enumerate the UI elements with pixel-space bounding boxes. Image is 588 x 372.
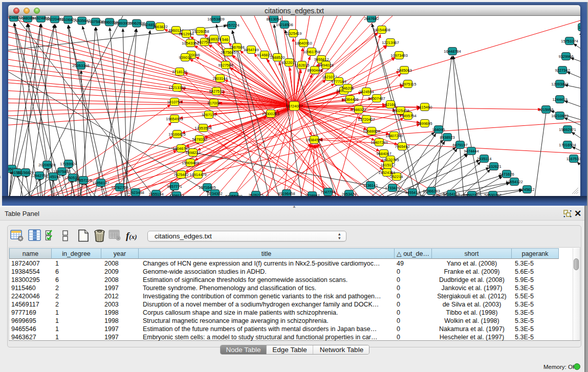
svg-text:16154808: 16154808 bbox=[373, 28, 390, 32]
svg-text:20206528: 20206528 bbox=[38, 163, 55, 167]
svg-text:252214: 252214 bbox=[390, 174, 403, 179]
svg-text:939014: 939014 bbox=[179, 55, 191, 60]
svg-text:9777169: 9777169 bbox=[331, 79, 346, 84]
svg-text:3234302: 3234302 bbox=[207, 191, 222, 196]
svg-text:62160: 62160 bbox=[385, 102, 396, 107]
svg-text:88592782: 88592782 bbox=[463, 193, 480, 196]
svg-text:9327508: 9327508 bbox=[218, 63, 233, 68]
svg-text:15716485: 15716485 bbox=[199, 185, 215, 190]
svg-text:4455413: 4455413 bbox=[405, 190, 420, 195]
svg-text:12213333: 12213333 bbox=[168, 85, 185, 90]
svg-text:7655194: 7655194 bbox=[148, 192, 163, 196]
svg-text:2935114: 2935114 bbox=[477, 157, 492, 161]
svg-text:10507487: 10507487 bbox=[368, 96, 385, 101]
svg-text:9474444: 9474444 bbox=[464, 149, 478, 154]
svg-text:8454749: 8454749 bbox=[244, 48, 258, 52]
svg-text:5878332: 5878332 bbox=[192, 137, 207, 142]
svg-text:8186328: 8186328 bbox=[206, 37, 221, 41]
svg-text:9245612: 9245612 bbox=[519, 187, 534, 192]
svg-text:8938923: 8938923 bbox=[440, 135, 454, 140]
svg-text:6494028: 6494028 bbox=[318, 63, 333, 68]
svg-text:10973493: 10973493 bbox=[390, 53, 407, 58]
svg-text:12213967: 12213967 bbox=[382, 40, 399, 45]
svg-text:6879197: 6879197 bbox=[452, 143, 467, 147]
svg-text:2687682: 2687682 bbox=[364, 16, 379, 21]
svg-text:11325419: 11325419 bbox=[285, 31, 302, 36]
svg-text:15751074: 15751074 bbox=[561, 39, 578, 43]
svg-text:1733426: 1733426 bbox=[385, 186, 400, 190]
svg-text:15720407: 15720407 bbox=[358, 117, 375, 122]
svg-text:18640910: 18640910 bbox=[295, 41, 312, 46]
svg-text:1162615: 1162615 bbox=[295, 63, 310, 68]
svg-text:10961758: 10961758 bbox=[303, 50, 320, 54]
svg-text:1136141: 1136141 bbox=[363, 183, 378, 188]
svg-text:21364436: 21364436 bbox=[341, 97, 358, 102]
svg-text:2718126: 2718126 bbox=[172, 70, 187, 74]
svg-text:1167533: 1167533 bbox=[567, 157, 580, 161]
svg-text:19384554: 19384554 bbox=[306, 138, 322, 142]
svg-text:1010753: 1010753 bbox=[167, 100, 182, 104]
svg-text:7663822: 7663822 bbox=[153, 25, 167, 29]
svg-text:746206: 746206 bbox=[341, 86, 354, 91]
svg-text:7247794: 7247794 bbox=[320, 190, 335, 194]
svg-text:10688609: 10688609 bbox=[363, 129, 380, 134]
svg-text:2976225: 2976225 bbox=[248, 193, 263, 196]
svg-text:18807249: 18807249 bbox=[385, 134, 402, 138]
svg-text:85196458: 85196458 bbox=[278, 191, 295, 196]
svg-text:81366283: 81366283 bbox=[423, 189, 440, 193]
svg-text:25053346: 25053346 bbox=[72, 63, 89, 68]
svg-text:11958187: 11958187 bbox=[93, 181, 110, 185]
svg-text:17857225: 17857225 bbox=[75, 178, 92, 183]
svg-text:58530762: 58530762 bbox=[484, 193, 501, 196]
svg-text:9684067: 9684067 bbox=[376, 151, 391, 156]
svg-text:19654933: 19654933 bbox=[166, 117, 183, 121]
svg-text:16053809: 16053809 bbox=[207, 17, 224, 21]
svg-text:546: 546 bbox=[222, 37, 229, 42]
svg-text:817004: 817004 bbox=[207, 101, 220, 105]
svg-text:52164119: 52164119 bbox=[443, 192, 460, 196]
svg-text:9329966: 9329966 bbox=[558, 54, 573, 59]
svg-text:8813054: 8813054 bbox=[266, 17, 281, 21]
svg-text:66255890: 66255890 bbox=[225, 194, 242, 196]
svg-text:8990448: 8990448 bbox=[307, 68, 322, 73]
svg-text:16448784: 16448784 bbox=[444, 49, 461, 54]
svg-text:2867608: 2867608 bbox=[229, 45, 244, 50]
svg-text:19166825: 19166825 bbox=[168, 132, 185, 137]
svg-text:12093823: 12093823 bbox=[551, 82, 568, 86]
svg-text:12942757: 12942757 bbox=[31, 173, 48, 178]
svg-text:4498222: 4498222 bbox=[185, 150, 200, 155]
svg-text:16407249: 16407249 bbox=[371, 140, 387, 145]
svg-text:8912954: 8912954 bbox=[179, 32, 193, 36]
svg-text:10654122: 10654122 bbox=[506, 180, 522, 184]
svg-text:2803144: 2803144 bbox=[212, 76, 227, 81]
svg-text:16210643: 16210643 bbox=[551, 114, 568, 118]
svg-text:9699695: 9699695 bbox=[417, 121, 432, 126]
svg-text:7632621: 7632621 bbox=[486, 164, 501, 169]
svg-text:7625402: 7625402 bbox=[173, 172, 188, 177]
svg-text:10543362: 10543362 bbox=[182, 41, 199, 46]
svg-text:16782759: 16782759 bbox=[111, 185, 128, 190]
svg-text:16914479: 16914479 bbox=[189, 172, 206, 177]
svg-text:13524351: 13524351 bbox=[378, 170, 395, 175]
svg-text:17159924: 17159924 bbox=[60, 162, 77, 166]
svg-text:1244419: 1244419 bbox=[552, 97, 567, 102]
svg-text:7965492: 7965492 bbox=[395, 144, 409, 149]
svg-text:2728987: 2728987 bbox=[304, 193, 319, 196]
svg-text:19218506: 19218506 bbox=[276, 23, 293, 27]
svg-text:2053424: 2053424 bbox=[341, 192, 356, 196]
svg-text:9227342: 9227342 bbox=[555, 68, 570, 73]
svg-text:12923448: 12923448 bbox=[127, 190, 144, 195]
svg-text:8471626: 8471626 bbox=[499, 172, 514, 177]
svg-text:7485063: 7485063 bbox=[397, 68, 411, 73]
svg-text:15226058: 15226058 bbox=[192, 29, 209, 34]
svg-text:164095: 164095 bbox=[432, 127, 445, 132]
svg-text:25300263: 25300263 bbox=[262, 112, 279, 116]
svg-text:3267110: 3267110 bbox=[202, 113, 216, 117]
svg-text:1117: 1117 bbox=[578, 25, 580, 30]
svg-text:3824554: 3824554 bbox=[359, 90, 374, 94]
svg-text:17016504: 17016504 bbox=[559, 143, 576, 147]
svg-text:9857771: 9857771 bbox=[167, 184, 182, 189]
svg-text:9115460: 9115460 bbox=[418, 105, 432, 110]
svg-text:12975115: 12975115 bbox=[400, 82, 417, 86]
svg-text:12353594: 12353594 bbox=[194, 126, 211, 130]
